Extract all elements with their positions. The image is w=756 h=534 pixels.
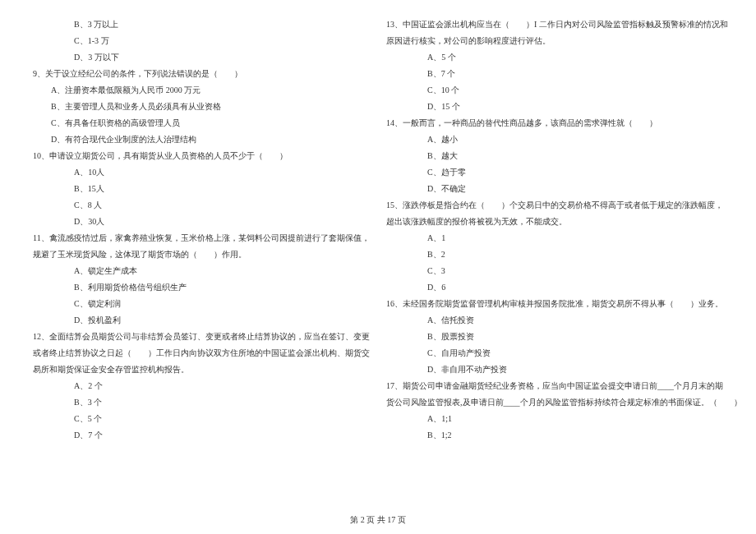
option-text: A、1;1 bbox=[378, 411, 742, 427]
question-text: 易所和期货保证金安全存管监控机构报告。 bbox=[25, 361, 370, 378]
option-text: D、6 bbox=[378, 279, 742, 296]
question-text: 16、未经国务院期货监督管理机构审核并报国务院批准，期货交易所不得从事（ ）业务… bbox=[378, 296, 742, 312]
option-text: B、7 个 bbox=[378, 66, 742, 82]
option-text: A、5 个 bbox=[378, 49, 742, 66]
option-text: C、5 个 bbox=[25, 411, 370, 427]
option-text: B、利用期货价格信号组织生产 bbox=[25, 279, 370, 296]
option-text: D、7 个 bbox=[25, 427, 370, 444]
option-text: A、注册资本最低限额为人民币 2000 万元 bbox=[25, 82, 370, 99]
question-text: 10、申请设立期货公司，具有期货从业人员资格的人员不少于（ ） bbox=[25, 148, 370, 164]
page-columns: B、3 万以上 C、1-3 万 D、3 万以下 9、关于设立经纪公司的条件，下列… bbox=[25, 16, 731, 493]
option-text: C、10 个 bbox=[378, 82, 742, 99]
option-text: D、30人 bbox=[25, 214, 370, 230]
option-text: D、不确定 bbox=[378, 181, 742, 197]
option-text: D、投机盈利 bbox=[25, 312, 370, 329]
option-text: C、1-3 万 bbox=[25, 33, 370, 49]
option-text: C、锁定利润 bbox=[25, 296, 370, 312]
option-text: B、股票投资 bbox=[378, 329, 742, 345]
question-text: 14、一般而言，一种商品的替代性商品越多，该商品的需求弹性就（ ） bbox=[378, 115, 742, 131]
option-text: C、趋于零 bbox=[378, 164, 742, 181]
option-text: C、8 人 bbox=[25, 197, 370, 214]
question-text: 17、期货公司申请金融期货经纪业务资格，应当向中国证监会提交申请日前____个月… bbox=[378, 378, 742, 394]
question-text: 13、中国证监会派出机构应当在（ ）I 二作日内对公司风险监管指标触及预警标准的… bbox=[378, 16, 742, 33]
option-text: A、锁定生产成本 bbox=[25, 263, 370, 279]
option-text: D、3 万以下 bbox=[25, 49, 370, 66]
question-text: 规避了玉米现货风险，这体现了期货市场的（ ）作用。 bbox=[25, 246, 370, 263]
question-text: 15、涨跌停板是指合约在（ ）个交易日中的交易价格不得高于或者低于规定的涨跌幅度… bbox=[378, 197, 742, 214]
option-text: D、有符合现代企业制度的法人治理结构 bbox=[25, 131, 370, 148]
option-text: D、15 个 bbox=[378, 99, 742, 115]
option-text: C、3 bbox=[378, 263, 742, 279]
option-text: A、10人 bbox=[25, 164, 370, 181]
question-text: 超出该涨跌幅度的报价将被视为无效，不能成交。 bbox=[378, 214, 742, 230]
page-footer: 第 2 页 共 17 页 bbox=[0, 514, 756, 526]
option-text: B、主要管理人员和业务人员必须具有从业资格 bbox=[25, 99, 370, 115]
question-text: 12、全面结算会员期货公司与非结算会员签订、变更或者终止结算协议的，应当在签订、… bbox=[25, 329, 370, 345]
option-text: B、1;2 bbox=[378, 427, 742, 444]
question-text: 货公司风险监管报表,及申请日前____个月的风险监管指标持续符合规定标准的书面保… bbox=[378, 394, 742, 411]
option-text: B、15人 bbox=[25, 181, 370, 197]
option-text: A、越小 bbox=[378, 131, 742, 148]
option-text: B、3 万以上 bbox=[25, 16, 370, 33]
option-text: B、3 个 bbox=[25, 394, 370, 411]
right-column: 13、中国证监会派出机构应当在（ ）I 二作日内对公司风险监管指标触及预警标准的… bbox=[378, 16, 742, 493]
option-text: A、信托投资 bbox=[378, 312, 742, 329]
question-text: 11、禽流感疫情过后，家禽养殖业恢复，玉米价格上涨，某饲料公司因提前进行了套期保… bbox=[25, 230, 370, 246]
question-text: 9、关于设立经纪公司的条件，下列说法错误的是（ ） bbox=[25, 66, 370, 82]
option-text: B、越大 bbox=[378, 148, 742, 164]
question-text: 原因进行核实，对公司的影响程度进行评估。 bbox=[378, 33, 742, 49]
option-text: C、自用动产投资 bbox=[378, 345, 742, 361]
question-text: 或者终止结算协议之日起（ ）工作日内向协议双方住所地的中国证监会派出机构、期货交 bbox=[25, 345, 370, 361]
left-column: B、3 万以上 C、1-3 万 D、3 万以下 9、关于设立经纪公司的条件，下列… bbox=[25, 16, 370, 493]
option-text: A、1 bbox=[378, 230, 742, 246]
option-text: D、非自用不动产投资 bbox=[378, 361, 742, 378]
option-text: B、2 bbox=[378, 246, 742, 263]
option-text: C、有具备任职资格的高级管理人员 bbox=[25, 115, 370, 131]
option-text: A、2 个 bbox=[25, 378, 370, 394]
